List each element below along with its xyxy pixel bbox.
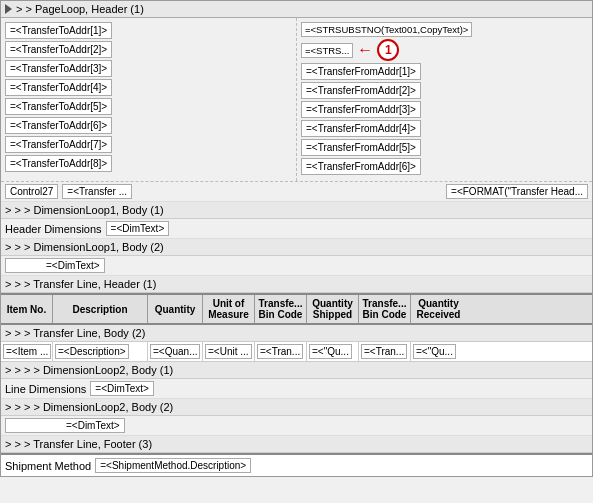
right-addr-field: =<TransferFromAddr[6]> (301, 158, 421, 175)
transfer-line-body2: > > > Transfer Line, Body (2) (1, 325, 592, 342)
dimtext-row2: =<DimText> (1, 256, 592, 276)
td-shipped: =<"Qu... (307, 342, 359, 361)
arrow-icon: ← (357, 41, 373, 59)
transfer-line-header1: > > > Transfer Line, Header (1) (1, 276, 592, 293)
dimtext-row3: =<DimText> (1, 416, 592, 436)
dimension-loop1-body2: > > > DimensionLoop1, Body (2) (1, 239, 592, 256)
td-qtyrcv-val: =<"Qu... (413, 344, 456, 359)
strs-row: =<STRS... ← 1 (301, 39, 588, 61)
td-tbc1-val: =<Tran... (257, 344, 303, 359)
th-qtyrcv: Quantity Received (411, 295, 466, 323)
shipment-method-value: =<ShipmentMethod.Description> (95, 458, 251, 473)
left-addr-field: =<TransferToAddr[2]> (5, 41, 112, 58)
main-container: > > PageLoop, Header (1) =<TransferToAdd… (0, 0, 593, 477)
td-tbc2-val: =<Tran... (361, 344, 407, 359)
td-qtyrcv: =<"Qu... (411, 342, 466, 361)
left-addr-field: =<TransferToAddr[7]> (5, 136, 112, 153)
badge-1: 1 (377, 39, 399, 61)
transfer-line-footer3-label: > > > Transfer Line, Footer (3) (5, 438, 152, 450)
transfer-line-footer3: > > > Transfer Line, Footer (3) (1, 436, 592, 453)
dimension-loop1-body2-label: > > > DimensionLoop1, Body (2) (5, 241, 164, 253)
dimension-loop1-body1: > > > DimensionLoop1, Body (1) (1, 202, 592, 219)
right-addr-field: =<TransferFromAddr[2]> (301, 82, 421, 99)
shipment-method-label: Shipment Method (5, 460, 91, 472)
header-row: > > PageLoop, Header (1) (1, 1, 592, 18)
strsubst-field: =<STRSUBSTNO(Text001,CopyText)> (301, 22, 472, 37)
left-addr-field: =<TransferToAddr[8]> (5, 155, 112, 172)
transfer-line-header1-label: > > > Transfer Line, Header (1) (5, 278, 156, 290)
th-quantity: Quantity (148, 295, 203, 323)
dimension-loop1-body1-label: > > > DimensionLoop1, Body (1) (5, 204, 164, 216)
line-dimensions-label: Line Dimensions (5, 383, 86, 395)
td-qty-val: =<Quan... (150, 344, 200, 359)
left-addr-fields: =<TransferToAddr[1]>=<TransferToAddr[2]>… (5, 22, 292, 174)
header-dim-value: =<DimText> (106, 221, 170, 236)
dimension-loop2-body2: > > > > DimensionLoop2, Body (2) (1, 399, 592, 416)
dimension-loop2-body1: > > > > DimensionLoop2, Body (1) (1, 362, 592, 379)
td-item-val: =<Item ... (3, 344, 51, 359)
dimtext-value2: =<DimText> (5, 258, 105, 273)
left-addr-field: =<TransferToAddr[5]> (5, 98, 112, 115)
td-tbc1: =<Tran... (255, 342, 307, 361)
td-description: =<Description> (53, 342, 148, 361)
right-addr-field: =<TransferFromAddr[4]> (301, 120, 421, 137)
dimension-loop2-body2-label: > > > > DimensionLoop2, Body (2) (5, 401, 173, 413)
control27-field: Control27 (5, 184, 58, 199)
header-title: > > PageLoop, Header (1) (16, 3, 144, 15)
th-tbc1: Transfe... Bin Code (255, 295, 307, 323)
shipment-row: Shipment Method =<ShipmentMethod.Descrip… (1, 453, 592, 476)
th-tbc2: Transfe... Bin Code (359, 295, 411, 323)
table-header: Item No. Description Quantity Unit of Me… (1, 293, 592, 325)
left-addr-field: =<TransferToAddr[1]> (5, 22, 112, 39)
line-dimensions-row: Line Dimensions =<DimText> (1, 379, 592, 399)
td-uom: =<Unit ... (203, 342, 255, 361)
format-field: =<FORMAT("Transfer Head... (446, 184, 588, 199)
transfer-field: =<Transfer ... (62, 184, 132, 199)
right-addr-field: =<TransferFromAddr[5]> (301, 139, 421, 156)
td-item-no: =<Item ... (1, 342, 53, 361)
right-addr-fields: =<TransferFromAddr[1]>=<TransferFromAddr… (301, 63, 588, 177)
top-two-col: =<TransferToAddr[1]>=<TransferToAddr[2]>… (1, 18, 592, 182)
td-desc-val: =<Description> (55, 344, 129, 359)
line-dim-value: =<DimText> (90, 381, 154, 396)
td-shipped-val: =<"Qu... (309, 344, 352, 359)
dimtext-value3: =<DimText> (5, 418, 125, 433)
th-shipped: Quantity Shipped (307, 295, 359, 323)
header-dimensions-row: Header Dimensions =<DimText> (1, 219, 592, 239)
control-row: Control27 =<Transfer ... =<FORMAT("Trans… (1, 182, 592, 202)
td-tbc2: =<Tran... (359, 342, 411, 361)
expand-icon (5, 4, 12, 14)
strs-field: =<STRS... (301, 43, 353, 58)
strsubst-row: =<STRSUBSTNO(Text001,CopyText)> (301, 22, 588, 37)
th-item-no: Item No. (1, 295, 53, 323)
left-addr-field: =<TransferToAddr[3]> (5, 60, 112, 77)
right-addr-col: =<STRSUBSTNO(Text001,CopyText)> =<STRS..… (297, 18, 592, 181)
table-body-row: =<Item ... =<Description> =<Quan... =<Un… (1, 342, 592, 362)
left-addr-col: =<TransferToAddr[1]>=<TransferToAddr[2]>… (1, 18, 297, 181)
td-uom-val: =<Unit ... (205, 344, 252, 359)
td-quantity: =<Quan... (148, 342, 203, 361)
left-addr-field: =<TransferToAddr[6]> (5, 117, 112, 134)
dimension-loop2-body1-label: > > > > DimensionLoop2, Body (1) (5, 364, 173, 376)
transfer-line-body2-label: > > > Transfer Line, Body (2) (5, 327, 145, 339)
left-addr-field: =<TransferToAddr[4]> (5, 79, 112, 96)
right-addr-field: =<TransferFromAddr[1]> (301, 63, 421, 80)
header-dimensions-label: Header Dimensions (5, 223, 102, 235)
th-description: Description (53, 295, 148, 323)
th-uom: Unit of Measure (203, 295, 255, 323)
right-top-area: =<STRSUBSTNO(Text001,CopyText)> =<STRS..… (301, 22, 588, 61)
right-addr-field: =<TransferFromAddr[3]> (301, 101, 421, 118)
